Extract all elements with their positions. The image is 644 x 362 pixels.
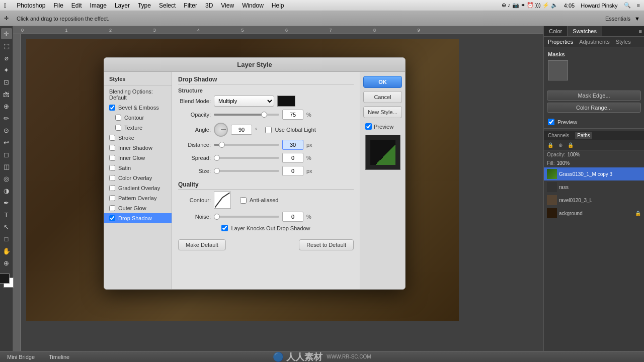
menu-photoshop[interactable]: Photoshop bbox=[17, 2, 45, 9]
inner-glow-checkbox[interactable] bbox=[109, 155, 115, 161]
spot-heal-tool[interactable]: ⊕ bbox=[1, 101, 12, 112]
size-slider[interactable] bbox=[214, 170, 279, 172]
angle-input[interactable] bbox=[231, 125, 252, 135]
menu-3d[interactable]: 3D bbox=[205, 2, 213, 9]
style-item-inner-glow[interactable]: Inner Glow bbox=[104, 153, 172, 163]
swatches-tab[interactable]: Swatches bbox=[568, 26, 602, 36]
apple-menu[interactable]:  bbox=[4, 2, 7, 10]
style-item-blending[interactable]: Blending Options: Default bbox=[104, 86, 172, 103]
noise-slider[interactable] bbox=[214, 216, 279, 218]
style-item-outer-glow[interactable]: Outer Glow bbox=[104, 203, 172, 213]
style-item-texture[interactable]: Texture bbox=[104, 123, 172, 133]
use-global-light-checkbox[interactable] bbox=[265, 127, 272, 133]
mini-bridge-tab[interactable]: Mini Bridge bbox=[4, 353, 38, 361]
foreground-color[interactable] bbox=[0, 274, 10, 284]
inner-shadow-checkbox[interactable] bbox=[109, 145, 115, 151]
list-icon[interactable]: ≡ bbox=[637, 3, 640, 9]
paths-tab[interactable]: Paths bbox=[575, 132, 592, 139]
mask-edge-button[interactable]: Mask Edge... bbox=[547, 90, 641, 101]
stroke-checkbox[interactable] bbox=[109, 135, 115, 141]
layer-item-3[interactable]: ravel0120_3_L bbox=[544, 194, 644, 207]
contour-checkbox[interactable] bbox=[115, 115, 121, 121]
menu-help[interactable]: Help bbox=[272, 2, 284, 9]
pen-tool[interactable]: ✒ bbox=[1, 197, 12, 208]
move-tool[interactable]: ✛ bbox=[1, 28, 12, 39]
selection-tool[interactable]: ⬚ bbox=[1, 40, 12, 51]
pattern-overlay-checkbox[interactable] bbox=[109, 195, 115, 201]
spread-slider[interactable] bbox=[214, 157, 279, 159]
eraser-tool[interactable]: ◻ bbox=[1, 149, 12, 160]
history-brush-tool[interactable]: ↩ bbox=[1, 137, 12, 148]
menu-file[interactable]: File bbox=[54, 2, 63, 9]
panel-menu-icon[interactable]: ≡ bbox=[637, 26, 644, 36]
layer-item-4[interactable]: ackground 🔒 bbox=[544, 207, 644, 220]
cancel-button[interactable]: Cancel bbox=[363, 91, 402, 103]
contour-preview[interactable] bbox=[214, 192, 231, 209]
clone-tool[interactable]: ⊙ bbox=[1, 125, 12, 136]
preview-checkbox[interactable] bbox=[365, 123, 372, 130]
make-default-button[interactable]: Make Default bbox=[178, 239, 226, 250]
blur-tool[interactable]: ◎ bbox=[1, 173, 12, 184]
properties-tab[interactable]: Properties bbox=[548, 39, 573, 45]
workspace-arrow[interactable]: ▼ bbox=[634, 16, 640, 22]
search-icon[interactable]: 🔍 bbox=[624, 2, 631, 9]
color-tab[interactable]: Color bbox=[544, 26, 568, 36]
layer-item-2[interactable]: rass bbox=[544, 180, 644, 194]
size-input[interactable] bbox=[282, 166, 303, 176]
blend-mode-select[interactable]: Multiply Normal Screen Overlay bbox=[214, 96, 274, 107]
ok-button[interactable]: OK bbox=[363, 76, 402, 88]
menu-window[interactable]: Window bbox=[242, 2, 264, 9]
opacity-input[interactable] bbox=[282, 110, 303, 120]
channels-tab[interactable]: Channels bbox=[546, 132, 571, 139]
shadow-color-swatch[interactable] bbox=[277, 96, 295, 107]
style-item-inner-shadow[interactable]: Inner Shadow bbox=[104, 143, 172, 153]
style-item-pattern-overlay[interactable]: Pattern Overlay bbox=[104, 193, 172, 203]
menu-select[interactable]: Select bbox=[159, 2, 176, 9]
right-preview-checkbox[interactable] bbox=[548, 119, 554, 125]
layer-item-1[interactable]: Grass0130_1_M copy 3 bbox=[544, 167, 644, 180]
color-range-button[interactable]: Color Range... bbox=[547, 103, 641, 113]
workspace-selector[interactable]: Essentials bbox=[605, 16, 630, 22]
gradient-tool[interactable]: ◫ bbox=[1, 161, 12, 172]
menu-edit[interactable]: Edit bbox=[71, 2, 82, 9]
distance-input[interactable] bbox=[282, 140, 303, 150]
menu-layer[interactable]: Layer bbox=[115, 2, 130, 9]
magic-wand-tool[interactable]: ✦ bbox=[1, 64, 12, 75]
text-tool[interactable]: T bbox=[1, 209, 12, 220]
hand-tool[interactable]: ✋ bbox=[1, 245, 12, 256]
reset-default-button[interactable]: Reset to Default bbox=[299, 239, 354, 250]
opacity-slider[interactable] bbox=[214, 114, 279, 116]
styles-tab[interactable]: Styles bbox=[616, 39, 631, 45]
color-overlay-checkbox[interactable] bbox=[109, 175, 115, 181]
satin-checkbox[interactable] bbox=[109, 165, 115, 171]
adjustments-tab[interactable]: Adjustments bbox=[579, 39, 610, 45]
anti-alias-checkbox[interactable] bbox=[240, 197, 247, 204]
bevel-checkbox[interactable] bbox=[109, 105, 115, 111]
path-select-tool[interactable]: ↖ bbox=[1, 221, 12, 232]
layer-knocks-checkbox[interactable] bbox=[221, 225, 228, 231]
style-item-stroke[interactable]: Stroke bbox=[104, 133, 172, 143]
angle-wheel[interactable] bbox=[214, 123, 228, 137]
menu-type[interactable]: Type bbox=[138, 2, 151, 9]
style-item-drop-shadow[interactable]: Drop Shadow bbox=[104, 213, 172, 223]
style-item-bevel[interactable]: Bevel & Emboss bbox=[104, 103, 172, 113]
shape-tool[interactable]: □ bbox=[1, 233, 12, 244]
lasso-tool[interactable]: ⌀ bbox=[1, 52, 12, 63]
crop-tool[interactable]: ⊡ bbox=[1, 76, 12, 87]
zoom-tool[interactable]: ⊕ bbox=[1, 257, 12, 268]
drop-shadow-checkbox[interactable] bbox=[109, 215, 115, 221]
noise-input[interactable] bbox=[282, 212, 303, 222]
style-item-contour[interactable]: Contour bbox=[104, 113, 172, 123]
dodge-tool[interactable]: ◑ bbox=[1, 185, 12, 196]
gradient-overlay-checkbox[interactable] bbox=[109, 185, 115, 191]
style-item-color-overlay[interactable]: Color Overlay bbox=[104, 173, 172, 183]
new-style-button[interactable]: New Style... bbox=[363, 106, 402, 118]
spread-input[interactable] bbox=[282, 153, 303, 163]
outer-glow-checkbox[interactable] bbox=[109, 205, 115, 211]
menu-image[interactable]: Image bbox=[90, 2, 107, 9]
timeline-tab[interactable]: Timeline bbox=[46, 353, 72, 361]
distance-slider[interactable] bbox=[214, 144, 279, 146]
brush-tool[interactable]: ✏ bbox=[1, 113, 12, 124]
style-item-gradient-overlay[interactable]: Gradient Overlay bbox=[104, 183, 172, 193]
menu-view[interactable]: View bbox=[221, 2, 234, 9]
